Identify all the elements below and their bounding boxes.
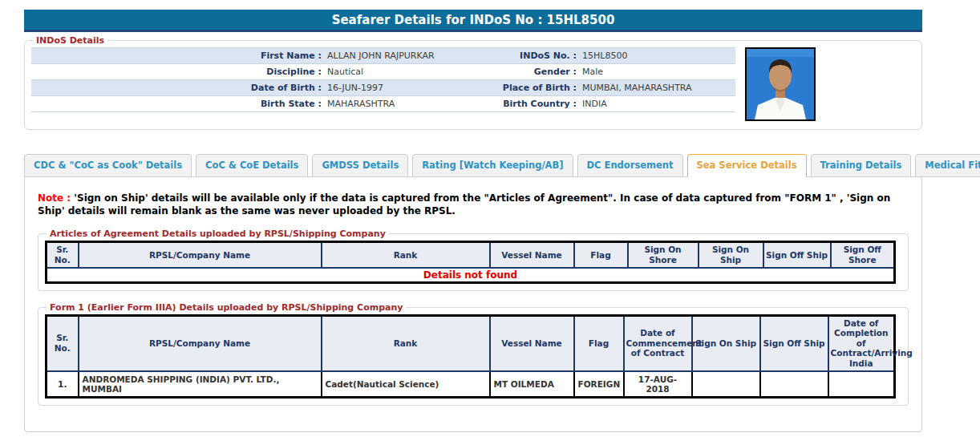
note-prefix: Note :: [38, 192, 71, 204]
gender-label: Gender :: [450, 67, 577, 77]
articles-of-agreement-legend: Articles of Agreement Details uploaded b…: [47, 229, 389, 239]
articles-col-vessel-name: Vessel Name: [490, 242, 574, 268]
form1-cell-sign-off-ship: [760, 371, 828, 398]
form1-col-sign-off-ship: Sign Off Ship: [760, 315, 828, 370]
tab-bar: CDC & "CoC as Cook" Details CoC & CoE De…: [24, 154, 922, 177]
tab-cdc-coc-as-cook-details[interactable]: CDC & "CoC as Cook" Details: [24, 154, 192, 177]
tab-dc-endorsement[interactable]: DC Endorsement: [577, 154, 683, 177]
articles-header-row: Sr. No. RPSL/Company Name Rank Vessel Na…: [47, 242, 895, 268]
articles-col-sign-on-ship: Sign On Ship: [699, 242, 763, 268]
first-name-value: ALLAN JOHN RAJPURKAR: [322, 51, 450, 61]
birth-state-label: Birth State :: [31, 99, 322, 109]
form1-header-row: Sr. No. RPSL/Company Name Rank Vessel Na…: [47, 315, 895, 370]
detail-row-date-of-birth: Date of Birth : 16-JUN-1997 Place of Bir…: [31, 80, 735, 96]
page-container: Seafarer Details for INDoS No : 15HL8500…: [24, 10, 922, 432]
form1-details-table: Sr. No. RPSL/Company Name Rank Vessel Na…: [45, 314, 896, 399]
articles-of-agreement-table: Sr. No. RPSL/Company Name Rank Vessel Na…: [45, 241, 896, 283]
birth-country-label: Birth Country :: [450, 99, 577, 109]
form1-cell-commencement-date: 17-AUG-2018: [624, 371, 692, 398]
form1-details-fieldset: Form 1 (Earlier Form IIIA) Details uploa…: [38, 302, 909, 406]
tab-coc-coe-details[interactable]: CoC & CoE Details: [196, 154, 308, 177]
form1-col-rank: Rank: [322, 315, 490, 370]
details-not-found-message: Details not found: [47, 268, 895, 283]
place-of-birth-value: MUMBAI, MAHARASHTRA: [577, 83, 735, 93]
detail-row-first-name: First Name : ALLAN JOHN RAJPURKAR INDoS …: [31, 48, 735, 64]
page-title: Seafarer Details for INDoS No : 15HL8500: [24, 10, 922, 32]
form1-cell-sr-no: 1.: [47, 371, 79, 398]
form1-col-sign-on-ship: Sign On Ship: [692, 315, 760, 370]
tab-medical-fitness-certificate[interactable]: Medical Fitness Certificate: [915, 154, 980, 177]
date-of-birth-label: Date of Birth :: [31, 83, 322, 93]
indos-no-value: 15HL8500: [577, 51, 735, 61]
tab-rating-watch-keeping-ab[interactable]: Rating [Watch Keeping/AB]: [412, 154, 573, 177]
form1-data-row: 1. ANDROMEDA SHIPPING (INDIA) PVT. LTD.,…: [47, 371, 895, 398]
articles-col-sign-off-ship: Sign Off Ship: [763, 242, 831, 268]
sign-on-ship-note: Note : 'Sign on Ship' details will be av…: [38, 192, 909, 217]
indos-details-fieldset: INDoS Details First Name : ALLAN JOHN RA…: [24, 35, 922, 130]
discipline-label: Discipline :: [31, 67, 322, 77]
articles-col-sign-on-shore: Sign On Shore: [628, 242, 699, 268]
tab-training-details[interactable]: Training Details: [811, 154, 912, 177]
form1-col-sr-no: Sr. No.: [47, 315, 79, 370]
form1-col-rpsl-company-name: RPSL/Company Name: [79, 315, 322, 370]
form1-cell-flag: FOREIGN: [574, 371, 624, 398]
detail-row-birth-state: Birth State : MAHARASHTRA Birth Country …: [31, 96, 735, 112]
first-name-label: First Name :: [31, 51, 322, 61]
form1-col-vessel-name: Vessel Name: [490, 315, 574, 370]
form1-details-legend: Form 1 (Earlier Form IIIA) Details uploa…: [47, 302, 406, 313]
form1-cell-completion-date: [828, 371, 895, 398]
discipline-value: Nautical: [322, 67, 450, 77]
tab-gmdss-details[interactable]: GMDSS Details: [312, 154, 408, 177]
articles-of-agreement-fieldset: Articles of Agreement Details uploaded b…: [38, 229, 909, 290]
gender-value: Male: [577, 67, 735, 77]
articles-col-flag: Flag: [574, 242, 628, 268]
form1-cell-sign-on-ship: [692, 371, 760, 398]
articles-col-sr-no: Sr. No.: [47, 242, 79, 268]
seafarer-photo: [745, 47, 816, 121]
articles-col-sign-off-shore: Sign Off Shore: [831, 242, 895, 268]
birth-country-value: INDIA: [577, 99, 735, 109]
birth-state-value: MAHARASHTRA: [322, 99, 450, 109]
form1-col-date-of-completion: Date of Completion of Contract/Arriving …: [828, 315, 895, 370]
form1-cell-vessel: MT OILMEDA: [490, 371, 574, 398]
form1-cell-company: ANDROMEDA SHIPPING (INDIA) PVT. LTD., MU…: [79, 371, 322, 398]
form1-cell-rank: Cadet(Nautical Science): [322, 371, 490, 398]
detail-row-discipline: Discipline : Nautical Gender : Male: [31, 64, 735, 80]
indos-detail-rows: First Name : ALLAN JOHN RAJPURKAR INDoS …: [31, 47, 735, 112]
note-body: 'Sign on Ship' details will be available…: [38, 192, 890, 216]
tab-sea-service-details[interactable]: Sea Service Details: [687, 154, 807, 177]
indos-no-label: INDoS No. :: [450, 51, 577, 61]
place-of-birth-label: Place of Birth :: [450, 83, 577, 93]
articles-col-rpsl-company-name: RPSL/Company Name: [79, 242, 322, 268]
form1-col-date-of-commencement: Date of Commencement of Contract: [624, 315, 692, 370]
articles-empty-row: Details not found: [47, 268, 895, 283]
sea-service-details-panel: Note : 'Sign on Ship' details will be av…: [24, 176, 922, 432]
indos-details-legend: INDoS Details: [33, 35, 107, 46]
date-of-birth-value: 16-JUN-1997: [322, 83, 450, 93]
articles-col-rank: Rank: [322, 242, 490, 268]
form1-col-flag: Flag: [574, 315, 624, 370]
